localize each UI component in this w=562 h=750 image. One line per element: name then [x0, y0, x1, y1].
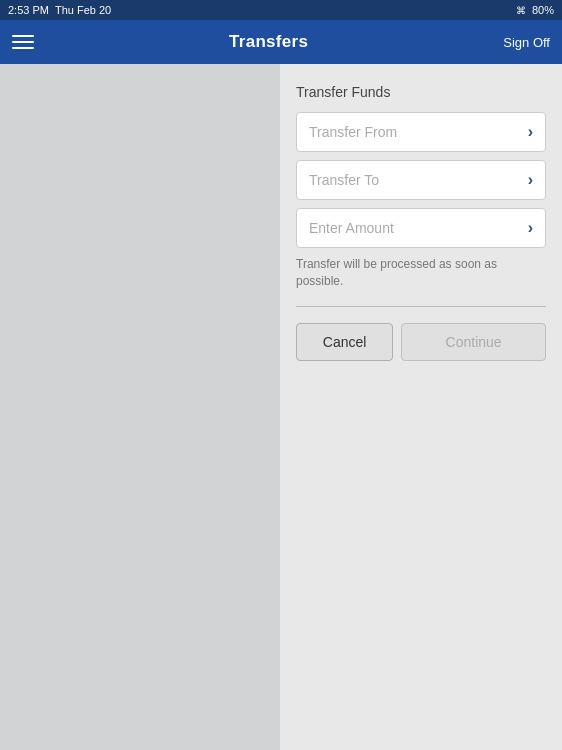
right-panel: Transfer Funds Transfer From › Transfer … [280, 64, 562, 750]
app-header: Transfers Sign Off [0, 20, 562, 64]
left-panel [0, 64, 280, 750]
section-title: Transfer Funds [296, 84, 546, 100]
page-title: Transfers [229, 32, 308, 52]
main-layout: Transfer Funds Transfer From › Transfer … [0, 64, 562, 750]
menu-line-1 [12, 35, 34, 37]
continue-button[interactable]: Continue [401, 323, 546, 361]
transfer-from-label: Transfer From [309, 124, 397, 140]
status-bar-left: 2:53 PM Thu Feb 20 [8, 4, 111, 16]
status-date: Thu Feb 20 [55, 4, 111, 16]
menu-button[interactable] [12, 35, 34, 49]
signoff-button[interactable]: Sign Off [503, 35, 550, 50]
transfer-from-chevron-icon: › [528, 123, 533, 141]
transfer-from-row[interactable]: Transfer From › [296, 112, 546, 152]
enter-amount-row[interactable]: Enter Amount › [296, 208, 546, 248]
cancel-button[interactable]: Cancel [296, 323, 393, 361]
menu-line-3 [12, 47, 34, 49]
menu-line-2 [12, 41, 34, 43]
battery-label: 80% [532, 4, 554, 16]
status-time: 2:53 PM [8, 4, 49, 16]
info-text: Transfer will be processed as soon as po… [296, 256, 546, 290]
status-bar: 2:53 PM Thu Feb 20 ⌘ 80% [0, 0, 562, 20]
button-row: Cancel Continue [296, 323, 546, 361]
transfer-to-row[interactable]: Transfer To › [296, 160, 546, 200]
transfer-to-chevron-icon: › [528, 171, 533, 189]
status-bar-right: ⌘ 80% [514, 4, 554, 16]
enter-amount-label: Enter Amount [309, 220, 394, 236]
transfer-to-label: Transfer To [309, 172, 379, 188]
enter-amount-chevron-icon: › [528, 219, 533, 237]
wifi-icon: ⌘ [514, 5, 528, 15]
divider [296, 306, 546, 307]
